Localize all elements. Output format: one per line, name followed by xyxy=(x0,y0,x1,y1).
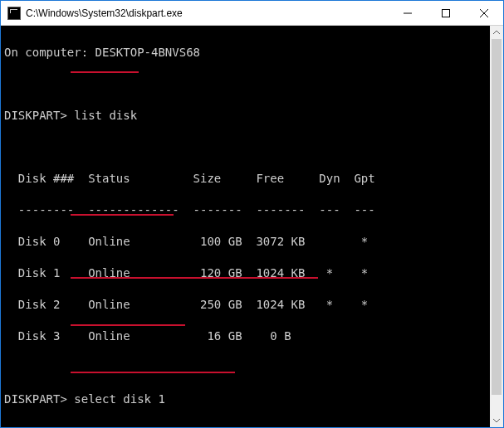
minimize-icon xyxy=(404,9,412,17)
close-button[interactable] xyxy=(465,1,503,25)
cmd-line: DISKPART> list disk xyxy=(4,108,498,124)
table-divider: -------- ------------- ------- ------- -… xyxy=(4,202,498,218)
annotation-underline xyxy=(71,71,139,73)
blank-line xyxy=(4,423,498,427)
scrollbar-track[interactable] xyxy=(490,39,503,414)
table-row: Disk 3 Online 16 GB 0 B xyxy=(4,328,498,344)
terminal-output[interactable]: On computer: DESKTOP-4BNVS68 DISKPART> l… xyxy=(1,26,503,427)
window-title: C:\Windows\System32\diskpart.exe xyxy=(26,7,389,19)
annotation-underline xyxy=(71,277,318,279)
scroll-down-button[interactable] xyxy=(490,414,503,427)
scrollbar-thumb[interactable] xyxy=(492,39,502,395)
table-row: Disk 1 Online 120 GB 1024 KB * * xyxy=(4,265,498,281)
maximize-button[interactable] xyxy=(427,1,465,25)
cmd-select: select disk 1 xyxy=(74,392,165,406)
terminal-icon xyxy=(7,7,21,20)
maximize-icon xyxy=(442,9,450,17)
cmd-line: DISKPART> select disk 1 xyxy=(4,392,498,407)
chevron-up-icon xyxy=(493,30,500,35)
cmd-list-disk: list disk xyxy=(74,109,137,122)
blank-line xyxy=(4,360,498,376)
blank-line xyxy=(4,139,498,155)
blank-line xyxy=(4,76,498,92)
window-controls xyxy=(389,1,503,25)
table-row: Disk 0 Online 100 GB 3072 KB * xyxy=(4,234,498,250)
diskpart-window: C:\Windows\System32\diskpart.exe On comp… xyxy=(0,0,504,428)
table-row: Disk 2 Online 250 GB 1024 KB * * xyxy=(4,297,498,313)
scroll-up-button[interactable] xyxy=(490,26,503,39)
close-icon xyxy=(480,9,488,17)
minimize-button[interactable] xyxy=(389,1,427,25)
annotation-underline xyxy=(71,324,185,326)
annotation-underline xyxy=(71,372,235,373)
vertical-scrollbar[interactable] xyxy=(490,26,503,427)
svg-rect-1 xyxy=(443,9,450,17)
table-header: Disk ### Status Size Free Dyn Gpt xyxy=(4,171,498,187)
computer-line: On computer: DESKTOP-4BNVS68 xyxy=(4,45,498,61)
prompt: DISKPART> xyxy=(4,392,67,406)
titlebar: C:\Windows\System32\diskpart.exe xyxy=(1,1,503,26)
chevron-down-icon xyxy=(493,418,500,423)
prompt: DISKPART> xyxy=(4,109,67,122)
annotation-underline xyxy=(71,214,174,216)
